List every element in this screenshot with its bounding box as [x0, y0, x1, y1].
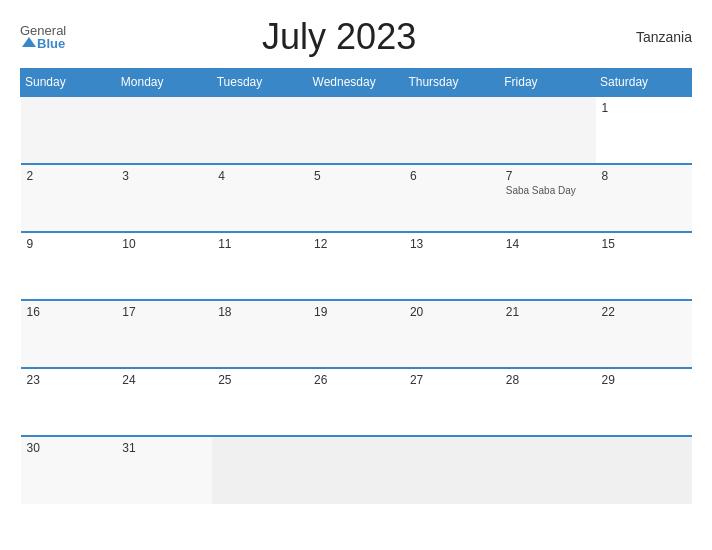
calendar-cell: 11	[212, 232, 308, 300]
day-number: 16	[27, 305, 111, 319]
day-number: 12	[314, 237, 398, 251]
calendar-cell: 9	[21, 232, 117, 300]
day-number: 29	[602, 373, 686, 387]
holiday-label: Saba Saba Day	[506, 185, 590, 196]
calendar-cell	[212, 96, 308, 164]
calendar-cell	[404, 436, 500, 504]
day-number: 22	[602, 305, 686, 319]
day-number: 21	[506, 305, 590, 319]
country-label: Tanzania	[612, 29, 692, 45]
day-number: 25	[218, 373, 302, 387]
day-number: 24	[122, 373, 206, 387]
col-wednesday: Wednesday	[308, 69, 404, 97]
day-number: 19	[314, 305, 398, 319]
day-number: 26	[314, 373, 398, 387]
calendar-cell	[308, 96, 404, 164]
calendar-cell: 18	[212, 300, 308, 368]
calendar-cell: 12	[308, 232, 404, 300]
calendar-page: General Blue July 2023 Tanzania Sunday M…	[0, 0, 712, 550]
day-number: 18	[218, 305, 302, 319]
day-number: 17	[122, 305, 206, 319]
logo-triangle-icon	[22, 37, 36, 47]
calendar-cell: 31	[116, 436, 212, 504]
calendar-cell	[596, 436, 692, 504]
day-number: 9	[27, 237, 111, 251]
calendar-cell: 8	[596, 164, 692, 232]
day-number: 8	[602, 169, 686, 183]
day-number: 2	[27, 169, 111, 183]
day-number: 20	[410, 305, 494, 319]
calendar-cell: 28	[500, 368, 596, 436]
calendar-week-row: 23242526272829	[21, 368, 692, 436]
calendar-title: July 2023	[66, 16, 612, 58]
calendar-cell: 19	[308, 300, 404, 368]
day-number: 28	[506, 373, 590, 387]
logo: General Blue	[20, 24, 66, 50]
calendar-cell	[308, 436, 404, 504]
day-number: 30	[27, 441, 111, 455]
calendar-cell: 16	[21, 300, 117, 368]
day-number: 31	[122, 441, 206, 455]
calendar-cell: 2	[21, 164, 117, 232]
calendar-cell: 20	[404, 300, 500, 368]
calendar-cell: 25	[212, 368, 308, 436]
col-tuesday: Tuesday	[212, 69, 308, 97]
day-number: 5	[314, 169, 398, 183]
calendar-cell: 17	[116, 300, 212, 368]
calendar-week-row: 1	[21, 96, 692, 164]
calendar-header: Sunday Monday Tuesday Wednesday Thursday…	[21, 69, 692, 97]
calendar-cell: 22	[596, 300, 692, 368]
calendar-cell: 15	[596, 232, 692, 300]
days-of-week-row: Sunday Monday Tuesday Wednesday Thursday…	[21, 69, 692, 97]
calendar-table: Sunday Monday Tuesday Wednesday Thursday…	[20, 68, 692, 504]
calendar-cell: 6	[404, 164, 500, 232]
calendar-cell: 13	[404, 232, 500, 300]
calendar-week-row: 9101112131415	[21, 232, 692, 300]
calendar-week-row: 16171819202122	[21, 300, 692, 368]
col-saturday: Saturday	[596, 69, 692, 97]
calendar-cell: 21	[500, 300, 596, 368]
day-number: 7	[506, 169, 590, 183]
calendar-cell: 30	[21, 436, 117, 504]
calendar-cell: 4	[212, 164, 308, 232]
calendar-cell: 24	[116, 368, 212, 436]
col-monday: Monday	[116, 69, 212, 97]
day-number: 14	[506, 237, 590, 251]
header: General Blue July 2023 Tanzania	[20, 16, 692, 58]
calendar-cell: 3	[116, 164, 212, 232]
col-friday: Friday	[500, 69, 596, 97]
calendar-cell	[116, 96, 212, 164]
calendar-week-row: 234567Saba Saba Day8	[21, 164, 692, 232]
logo-blue-text: Blue	[20, 37, 65, 50]
calendar-cell: 7Saba Saba Day	[500, 164, 596, 232]
calendar-cell	[500, 96, 596, 164]
calendar-week-row: 3031	[21, 436, 692, 504]
day-number: 15	[602, 237, 686, 251]
calendar-cell	[500, 436, 596, 504]
day-number: 4	[218, 169, 302, 183]
calendar-cell	[212, 436, 308, 504]
calendar-cell	[404, 96, 500, 164]
day-number: 23	[27, 373, 111, 387]
day-number: 1	[602, 101, 686, 115]
calendar-cell: 27	[404, 368, 500, 436]
calendar-cell: 26	[308, 368, 404, 436]
calendar-cell	[21, 96, 117, 164]
calendar-cell: 10	[116, 232, 212, 300]
col-sunday: Sunday	[21, 69, 117, 97]
day-number: 11	[218, 237, 302, 251]
day-number: 10	[122, 237, 206, 251]
day-number: 3	[122, 169, 206, 183]
calendar-cell: 14	[500, 232, 596, 300]
calendar-cell: 29	[596, 368, 692, 436]
day-number: 13	[410, 237, 494, 251]
col-thursday: Thursday	[404, 69, 500, 97]
day-number: 27	[410, 373, 494, 387]
calendar-cell: 23	[21, 368, 117, 436]
calendar-body: 1234567Saba Saba Day89101112131415161718…	[21, 96, 692, 504]
calendar-cell: 5	[308, 164, 404, 232]
day-number: 6	[410, 169, 494, 183]
calendar-cell: 1	[596, 96, 692, 164]
logo-blue-label: Blue	[37, 37, 65, 50]
